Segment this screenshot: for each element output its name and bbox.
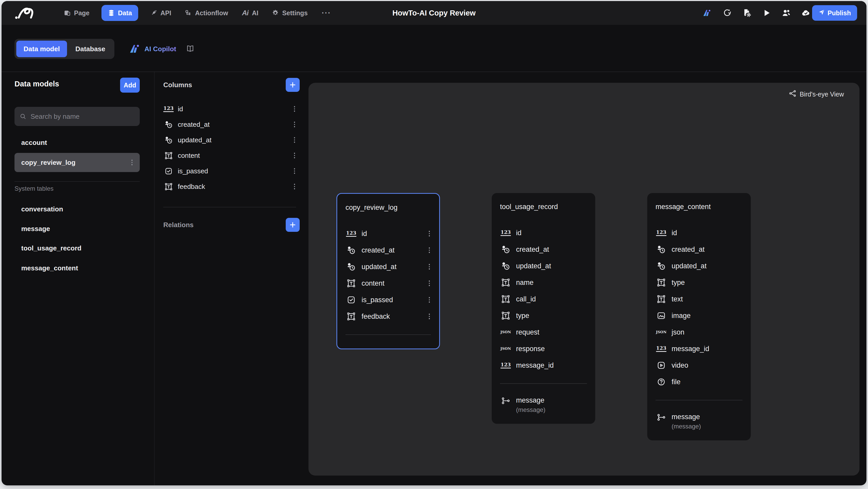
toolbar-icons bbox=[702, 1, 811, 25]
entity-field-updated_at[interactable]: updated_at bbox=[500, 258, 587, 274]
momen-logo-icon[interactable] bbox=[14, 6, 35, 20]
entity-field-video[interactable]: video bbox=[655, 357, 743, 373]
column-row-content[interactable]: content bbox=[163, 148, 296, 163]
column-menu-icon[interactable] bbox=[293, 121, 296, 128]
field-menu-icon[interactable] bbox=[428, 313, 431, 320]
nav-item-data[interactable]: Data bbox=[101, 5, 138, 21]
preview-icon[interactable] bbox=[762, 8, 772, 18]
field-name: call_id bbox=[516, 295, 587, 303]
sidebar-item-account[interactable]: account bbox=[14, 135, 140, 150]
entity-field-call_id[interactable]: call_id bbox=[500, 291, 587, 307]
entity-card-copy_review_log[interactable]: copy_review_log 123 id created_at update… bbox=[336, 193, 440, 349]
sidebar-item-conversation[interactable]: conversation bbox=[14, 201, 140, 217]
entity-field-id[interactable]: 123 id bbox=[345, 225, 431, 242]
entity-field-json[interactable]: JSON json bbox=[655, 324, 743, 340]
column-menu-icon[interactable] bbox=[293, 152, 296, 159]
field-menu-icon[interactable] bbox=[428, 296, 431, 304]
field-menu-icon[interactable] bbox=[428, 246, 431, 254]
tab-data-model[interactable]: Data model bbox=[16, 41, 67, 57]
column-menu-icon[interactable] bbox=[293, 183, 296, 190]
sidebar-item-message[interactable]: message bbox=[14, 221, 140, 236]
sidebar-item-message_content[interactable]: message_content bbox=[14, 260, 140, 276]
ai-word-icon: Ai bbox=[242, 9, 249, 17]
add-column-button[interactable] bbox=[286, 78, 300, 92]
entity-field-is_passed[interactable]: is_passed bbox=[345, 292, 431, 308]
field-menu-icon[interactable] bbox=[428, 230, 431, 237]
ai-copilot-button[interactable]: AI Copilot bbox=[129, 39, 176, 59]
relation-icon bbox=[500, 396, 512, 405]
docs-book-icon[interactable] bbox=[186, 44, 195, 53]
entity-field-updated_at[interactable]: updated_at bbox=[655, 258, 743, 274]
nav-item-settings[interactable]: Settings bbox=[270, 5, 309, 21]
column-row-updated_at[interactable]: updated_at bbox=[163, 132, 296, 148]
entity-field-created_at[interactable]: created_at bbox=[500, 241, 587, 258]
view-toggle: Data modelDatabase bbox=[14, 39, 114, 59]
json-icon: JSON bbox=[500, 328, 512, 337]
add-model-button[interactable]: Add bbox=[120, 77, 140, 93]
field-name: file bbox=[672, 378, 743, 386]
entity-field-message_id[interactable]: 123 message_id bbox=[500, 357, 587, 373]
nav-item-page[interactable]: Page bbox=[62, 5, 91, 21]
entity-field-response[interactable]: JSON response bbox=[500, 340, 587, 357]
column-row-feedback[interactable]: feedback bbox=[163, 179, 296, 194]
field-menu-icon[interactable] bbox=[428, 263, 431, 271]
entity-field-type[interactable]: type bbox=[500, 307, 587, 324]
page-config-icon[interactable] bbox=[742, 8, 752, 18]
entity-field-feedback[interactable]: feedback bbox=[345, 308, 431, 325]
column-row-created_at[interactable]: created_at bbox=[163, 117, 296, 132]
entity-field-type[interactable]: type bbox=[655, 274, 743, 291]
er-diagram-canvas[interactable]: Bird's-eye View copy_review_log 123 id c… bbox=[309, 83, 860, 476]
entity-card-tool_usage_record[interactable]: tool_usage_record 123 id created_at upda… bbox=[492, 193, 595, 424]
entity-field-file[interactable]: file bbox=[655, 373, 743, 390]
entity-relation-message[interactable]: message (message) bbox=[655, 412, 743, 431]
field-name: created_at bbox=[362, 246, 428, 254]
nav-more-button[interactable]: ··· bbox=[320, 8, 333, 17]
entity-field-image[interactable]: image bbox=[655, 307, 743, 324]
field-name: id bbox=[362, 230, 428, 238]
column-row-id[interactable]: 123 id bbox=[163, 101, 296, 117]
tab-database[interactable]: Database bbox=[68, 41, 113, 57]
entity-relation-message[interactable]: message (message) bbox=[500, 395, 587, 414]
network-icon bbox=[789, 90, 797, 99]
nav-item-api[interactable]: API bbox=[149, 5, 173, 21]
entity-field-id[interactable]: 123 id bbox=[500, 225, 587, 241]
model-name: message bbox=[21, 225, 133, 233]
column-menu-icon[interactable] bbox=[293, 136, 296, 144]
entity-field-name[interactable]: name bbox=[500, 274, 587, 291]
entity-field-updated_at[interactable]: updated_at bbox=[345, 258, 431, 275]
text-icon bbox=[655, 294, 667, 304]
publish-label: Publish bbox=[828, 9, 851, 17]
add-relation-button[interactable] bbox=[286, 218, 300, 232]
publish-button[interactable]: Publish bbox=[812, 5, 857, 21]
field-name: image bbox=[672, 312, 743, 320]
content-area: Data models Add account copy_review_log … bbox=[2, 72, 866, 485]
column-menu-icon[interactable] bbox=[293, 105, 296, 113]
text-icon bbox=[163, 182, 174, 191]
nav-item-ai[interactable]: Ai AI bbox=[240, 5, 260, 21]
entity-field-message_id[interactable]: 123 message_id bbox=[655, 340, 743, 357]
entity-card-message_content[interactable]: message_content 123 id created_at update… bbox=[647, 193, 751, 441]
column-row-is_passed[interactable]: is_passed bbox=[163, 163, 296, 179]
refresh-icon[interactable] bbox=[722, 8, 733, 18]
sidebar-item-tool_usage_record[interactable]: tool_usage_record bbox=[14, 240, 140, 256]
model-menu-icon[interactable] bbox=[130, 159, 134, 166]
entity-field-id[interactable]: 123 id bbox=[655, 225, 743, 241]
entity-field-request[interactable]: JSON request bbox=[500, 324, 587, 340]
entity-field-content[interactable]: content bbox=[345, 275, 431, 292]
nav-item-actionflow[interactable]: Actionflow bbox=[183, 5, 230, 21]
timestamp-icon bbox=[500, 245, 512, 254]
cloud-sync-icon[interactable] bbox=[801, 8, 811, 18]
page-icon bbox=[64, 9, 71, 17]
column-menu-icon[interactable] bbox=[293, 167, 296, 175]
sidebar-item-copy_review_log[interactable]: copy_review_log bbox=[14, 153, 140, 172]
text-icon bbox=[500, 294, 512, 304]
entity-field-created_at[interactable]: created_at bbox=[345, 242, 431, 258]
entity-divider bbox=[345, 334, 431, 335]
entity-field-created_at[interactable]: created_at bbox=[655, 241, 743, 258]
entity-field-text[interactable]: text bbox=[655, 291, 743, 307]
search-input[interactable] bbox=[30, 112, 134, 121]
collaborators-icon[interactable] bbox=[781, 8, 792, 18]
ai-assistant-icon[interactable] bbox=[702, 8, 713, 18]
birdseye-view-button[interactable]: Bird's-eye View bbox=[789, 89, 844, 100]
field-menu-icon[interactable] bbox=[428, 280, 431, 287]
